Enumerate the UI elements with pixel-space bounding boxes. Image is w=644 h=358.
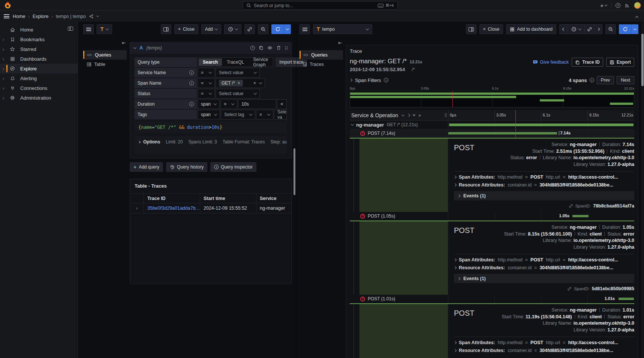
sidebar-item-explore[interactable]: › Explore — [0, 64, 78, 73]
dock-sidebar-icon[interactable] — [68, 27, 73, 31]
tags-operator-select[interactable]: = — [256, 110, 273, 119]
service-name-operator-select[interactable]: = — [198, 68, 215, 78]
rail-item-queries[interactable]: </>Queries — [300, 50, 343, 60]
delete-query-icon[interactable] — [276, 45, 281, 50]
search-input[interactable]: Search or jump to... ⌘+k — [243, 1, 398, 10]
status-operator-select[interactable]: = — [198, 89, 215, 98]
new-button[interactable]: + — [600, 2, 607, 9]
span-bar[interactable] — [449, 124, 634, 126]
service-name-value-select[interactable]: Select value — [216, 68, 260, 78]
add-to-dashboard-button[interactable]: Add to dashboard — [506, 24, 556, 34]
minimap-canvas[interactable] — [350, 91, 634, 107]
sidebar-item-dashboards[interactable]: › Dashboards — [0, 54, 78, 64]
chevron-down-icon[interactable] — [96, 15, 99, 17]
tags-value-select[interactable]: Select va — [274, 110, 287, 119]
expand-one-icon[interactable] — [407, 113, 410, 116]
query-history-button[interactable]: Query history — [166, 162, 207, 172]
query-rows-button[interactable] — [300, 24, 310, 34]
query-rows-button[interactable] — [83, 24, 94, 34]
breadcrumb-explore[interactable]: Explore — [33, 14, 48, 19]
expand-chevron-icon[interactable]: › — [0, 66, 7, 72]
span-attributes-row[interactable]: Span Attributes:http.method=POSThttp.url… — [454, 173, 634, 181]
events-row[interactable]: Events (1) — [454, 274, 634, 283]
trace-id-link[interactable]: 35be0f3d29a01adda7b... — [147, 206, 199, 211]
expand-chevron-icon[interactable]: › — [0, 76, 7, 81]
breadcrumb-home[interactable]: Home — [13, 14, 25, 19]
resource-attributes-row[interactable]: Resource Attributes:container.id=304fd88… — [454, 264, 634, 271]
time-range-button[interactable] — [568, 24, 584, 34]
add-button[interactable]: Add — [201, 24, 221, 34]
table-row[interactable]: › 35be0f3d29a01adda7b... 2024-12-09 15:5… — [130, 203, 291, 213]
run-query-button[interactable] — [271, 24, 284, 34]
span-row[interactable]: POST (1.01s) 1.01s — [350, 295, 634, 303]
duration-operator-select[interactable]: > — [220, 99, 237, 109]
share-link-button[interactable] — [244, 24, 255, 34]
sidebar-item-connections[interactable]: › Connections — [0, 83, 78, 93]
datasource-picker[interactable]: T — [97, 24, 112, 34]
tags-key-select[interactable]: Select tag — [221, 110, 255, 119]
resource-attributes-row[interactable]: Resource Attributes:container.id=304fd88… — [454, 346, 634, 354]
span-name-chip[interactable]: GET /*× — [219, 80, 243, 87]
rail-item-queries[interactable]: </>Queries — [83, 50, 127, 60]
expand-chevron-icon[interactable]: › — [0, 56, 7, 62]
remove-chip-icon[interactable]: × — [238, 81, 240, 86]
trace-id-button[interactable]: Trace ID — [572, 58, 603, 67]
duration-value-input[interactable]: 10s — [238, 99, 276, 109]
user-avatar[interactable] — [634, 2, 641, 9]
left-pane-scrollbar[interactable] — [294, 148, 295, 195]
share-link-button[interactable] — [584, 24, 594, 34]
close-pane-button[interactable]: ×Close — [174, 24, 198, 34]
grafana-logo-icon[interactable] — [4, 1, 12, 9]
span-bar[interactable] — [572, 215, 589, 217]
column-start-time[interactable]: Start time — [200, 194, 256, 203]
collapse-up-icon[interactable] — [636, 15, 638, 20]
datasource-picker[interactable]: Ttempo — [313, 24, 372, 34]
resource-attributes-row[interactable]: Resource Attributes:container.id=304fd88… — [454, 181, 634, 189]
add-query-button[interactable]: +Add query — [130, 162, 163, 172]
run-query-interval-button[interactable] — [284, 24, 291, 34]
hide-query-icon[interactable] — [267, 45, 273, 51]
span-name-operator-select[interactable]: = — [198, 78, 215, 88]
expand-row-icon[interactable]: › — [130, 203, 144, 213]
column-service[interactable]: Service — [256, 194, 291, 203]
next-span-button[interactable]: Next — [617, 76, 634, 84]
expand-span-filters-icon[interactable] — [349, 79, 352, 82]
split-pane-button[interactable] — [466, 24, 476, 34]
export-button[interactable]: Export — [606, 58, 634, 67]
span-bar[interactable] — [619, 298, 634, 300]
rail-item-table[interactable]: Table — [83, 60, 127, 69]
split-pane-button[interactable] — [161, 24, 171, 34]
query-inspector-button[interactable]: iQuery inspector — [210, 162, 256, 172]
expand-all-icon[interactable]: » — [418, 113, 421, 118]
time-range-button[interactable] — [224, 24, 241, 34]
column-resize-handle[interactable] — [445, 113, 446, 117]
status-value-select[interactable]: Select value — [216, 89, 260, 98]
time-shift-back-button[interactable] — [559, 24, 568, 34]
span-name-value-select[interactable]: GET /*× × — [216, 78, 265, 88]
tab-search[interactable]: Search — [199, 58, 222, 66]
expand-chevron-icon[interactable]: › — [0, 95, 7, 101]
rail-item-traces[interactable]: Traces — [300, 60, 343, 69]
tab-service-graph[interactable]: Service Graph — [249, 56, 272, 69]
expand-chevron-icon[interactable]: › — [0, 85, 7, 91]
help-icon[interactable]: ? — [616, 3, 620, 8]
expand-chevron-icon[interactable]: › — [0, 37, 7, 42]
span-filters-label[interactable]: Span Filters — [355, 78, 381, 83]
window-scrollbar[interactable] — [641, 34, 644, 86]
give-feedback-link[interactable]: Give feedback — [533, 60, 569, 65]
link-icon[interactable] — [567, 286, 572, 291]
query-help-icon[interactable]: ? — [250, 46, 255, 50]
time-shift-forward-button[interactable] — [594, 24, 602, 34]
span-attributes-row[interactable]: Span Attributes:http.method=POSThttp.url… — [454, 256, 634, 264]
span-bar[interactable] — [448, 132, 557, 134]
span-row-root[interactable]: ng-manager GET /* (12.21s) — [350, 121, 634, 129]
duration-max-operator-select[interactable]: < — [277, 99, 287, 109]
share-icon[interactable] — [89, 14, 94, 19]
span-row[interactable]: POST (1.05s) 1.05s — [350, 212, 634, 221]
events-row[interactable]: Events (1) — [454, 191, 634, 200]
run-query-interval-button[interactable] — [631, 24, 638, 34]
collapse-rail-icon[interactable]: ⇤ — [122, 40, 126, 45]
duplicate-query-icon[interactable] — [259, 45, 264, 50]
span-attributes-row[interactable]: Span Attributes:http.method=POSThttp.url… — [454, 339, 634, 346]
trace-minimap[interactable]: 0μs 3.05s 6.1s 9.15s 12.21s — [350, 87, 634, 107]
